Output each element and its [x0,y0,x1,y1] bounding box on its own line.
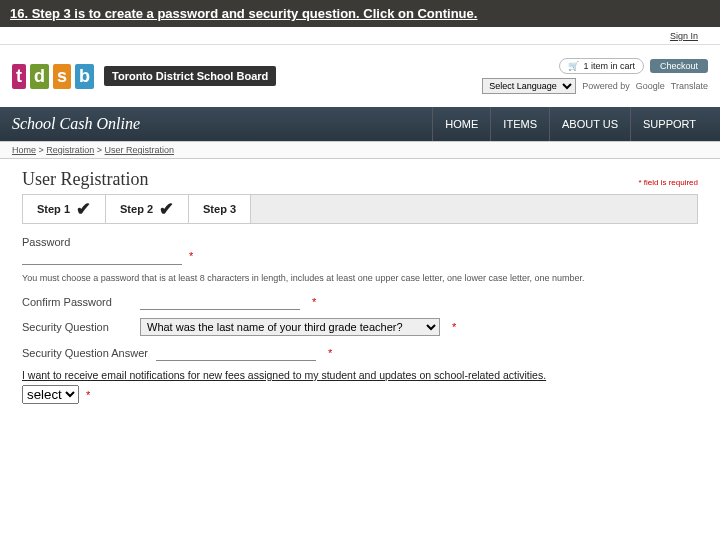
step2-label: Step 2 [120,203,153,215]
logo-s: s [53,64,71,89]
confirm-password-input[interactable] [140,293,300,310]
site-header: t d s b Toronto District School Board 🛒 … [0,45,720,107]
instruction-bar: 16. Step 3 is to create a password and s… [0,0,720,27]
site-title: School Cash Online [12,115,140,133]
breadcrumb: Home > Registration > User Registration [0,141,720,159]
logo-b: b [75,64,94,89]
instruction-text: 16. Step 3 is to create a password and s… [10,6,477,21]
security-question-select[interactable]: What was the last name of your third gra… [140,318,440,336]
step3-label: Step 3 [203,203,236,215]
nav-home[interactable]: HOME [432,107,490,141]
language-select[interactable]: Select Language [482,78,576,94]
required-asterisk: * [86,389,90,401]
signin-link[interactable]: Sign In [670,31,698,41]
translate-label: Translate [671,81,708,91]
required-asterisk: * [452,321,456,333]
nav-about[interactable]: ABOUT US [549,107,630,141]
step-tabs: Step 1 ✔ Step 2 ✔ Step 3 [22,194,698,224]
tab-step-2[interactable]: Step 2 ✔ [106,195,189,223]
notification-select[interactable]: select [22,385,79,404]
required-note: * field is required [638,178,698,187]
powered-by-label: Powered by [582,81,630,91]
tab-step-3[interactable]: Step 3 [189,195,251,223]
cart-label: 1 item in cart [583,61,635,71]
google-label: Google [636,81,665,91]
tab-step-1[interactable]: Step 1 ✔ [23,195,106,223]
security-answer-input[interactable] [156,344,316,361]
check-icon: ✔ [159,198,174,220]
required-asterisk: * [328,347,332,359]
notification-opt-in-text: I want to receive email notifications fo… [22,369,698,381]
step-spacer [251,195,697,223]
step1-label: Step 1 [37,203,70,215]
security-answer-label: Security Question Answer [22,347,148,359]
page-title: User Registration [22,169,148,190]
crumb-registration[interactable]: Registration [46,145,94,155]
password-hint: You must choose a password that is at le… [22,273,698,283]
cart-pill[interactable]: 🛒 1 item in cart [559,58,644,74]
crumb-user-registration[interactable]: User Registration [105,145,175,155]
cart-icon: 🛒 [568,61,579,71]
main-navbar: School Cash Online HOME ITEMS ABOUT US S… [0,107,720,141]
confirm-password-label: Confirm Password [22,296,132,308]
nav-support[interactable]: SUPPORT [630,107,708,141]
tdsb-logo: t d s b [12,64,94,89]
password-label: Password [22,236,70,248]
logo-d: d [30,64,49,89]
logo-t: t [12,64,26,89]
required-asterisk: * [312,296,316,308]
top-strip: Sign In [0,27,720,45]
check-icon: ✔ [76,198,91,220]
required-asterisk: * [189,250,193,262]
checkout-button[interactable]: Checkout [650,59,708,73]
brand-name: Toronto District School Board [104,66,276,86]
security-question-label: Security Question [22,321,132,333]
password-input[interactable] [22,248,182,265]
crumb-home[interactable]: Home [12,145,36,155]
nav-items[interactable]: ITEMS [490,107,549,141]
